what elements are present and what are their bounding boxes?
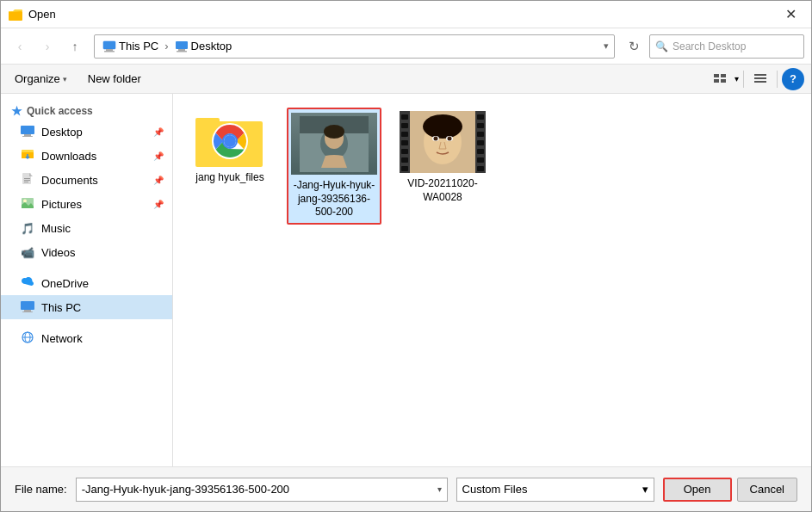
- title-bar: Open ✕: [1, 1, 811, 28]
- svg-rect-25: [21, 301, 34, 310]
- svg-rect-16: [22, 136, 33, 137]
- quick-access-icon: ★: [11, 104, 22, 118]
- sidebar-item-network[interactable]: Network: [1, 326, 172, 350]
- filename-input[interactable]: -Jang-Hyuk-hyuk-jang-39356136-500-200 ▾: [76, 478, 448, 502]
- filetype-value: Custom Files: [462, 483, 528, 496]
- path-this-pc-label: This PC: [119, 40, 158, 52]
- svg-rect-9: [714, 79, 719, 83]
- new-folder-button[interactable]: New folder: [81, 68, 148, 90]
- bottom-bar: File name: -Jang-Hyuk-hyuk-jang-39356136…: [1, 466, 811, 511]
- svg-rect-22: [24, 182, 28, 182]
- sidebar-item-videos[interactable]: 📹 Videos: [1, 240, 172, 264]
- file-item-jang-folder[interactable]: jang hyuk_files: [187, 108, 273, 225]
- svg-rect-1: [103, 41, 115, 49]
- video-face-bg: [291, 113, 377, 175]
- main-content: ★ Quick access Desktop 📌: [1, 94, 811, 466]
- toolbar-divider: [743, 71, 744, 88]
- cancel-button[interactable]: Cancel: [737, 478, 797, 502]
- documents-icon: [20, 172, 35, 188]
- filetype-dropdown-arrow[interactable]: ▾: [642, 483, 648, 496]
- filename-label: File name:: [15, 483, 67, 496]
- svg-rect-21: [24, 180, 30, 181]
- sidebar-item-onedrive[interactable]: OneDrive: [1, 271, 172, 295]
- sidebar-desktop-label: Desktop: [41, 126, 83, 139]
- window-icon: [8, 7, 23, 22]
- search-bar[interactable]: 🔍 Search Desktop: [649, 34, 804, 59]
- pictures-icon: [20, 197, 35, 212]
- svg-rect-52: [401, 140, 408, 145]
- bottom-buttons: Open Cancel: [663, 478, 797, 502]
- svg-rect-8: [721, 74, 726, 77]
- svg-rect-0: [9, 11, 22, 21]
- path-separator-1: ›: [164, 40, 168, 52]
- svg-rect-6: [177, 51, 187, 52]
- quick-access-label: Quick access: [27, 105, 93, 117]
- organize-button[interactable]: Organize ▾: [8, 68, 74, 90]
- downloads-icon: [20, 148, 35, 164]
- sidebar-videos-label: Videos: [41, 246, 76, 259]
- filetype-select[interactable]: Custom Files ▾: [456, 478, 654, 502]
- organize-label: Organize: [15, 72, 60, 85]
- close-button[interactable]: ✕: [777, 1, 804, 28]
- sidebar-item-music[interactable]: 🎵 Music: [1, 216, 172, 240]
- sidebar-item-documents[interactable]: Documents 📌: [1, 168, 172, 192]
- file-item-jang-video[interactable]: -Jang-Hyuk-hyuk-jang-39356136-500-200: [287, 108, 381, 225]
- sidebar-downloads-label: Downloads: [41, 150, 96, 163]
- file-label-vid: VID-20211020-WA0028: [399, 177, 487, 204]
- address-path: This PC › Desktop: [100, 39, 604, 53]
- file-item-vid[interactable]: VID-20211020-WA0028: [395, 108, 490, 225]
- svg-point-34: [224, 135, 236, 147]
- path-desktop[interactable]: Desktop: [172, 39, 235, 53]
- svg-rect-2: [106, 49, 113, 51]
- videos-icon: 📹: [20, 246, 35, 259]
- svg-rect-3: [104, 51, 115, 52]
- svg-rect-14: [21, 126, 34, 134]
- thispc-icon: [20, 300, 35, 315]
- network-icon: [20, 331, 35, 346]
- help-button[interactable]: ?: [782, 68, 804, 90]
- sidebar: ★ Quick access Desktop 📌: [1, 94, 173, 466]
- svg-rect-53: [401, 149, 408, 154]
- filename-value: -Jang-Hyuk-hyuk-jang-39356136-500-200: [82, 483, 437, 496]
- refresh-button[interactable]: ↻: [622, 34, 646, 59]
- svg-rect-10: [721, 79, 726, 83]
- filename-dropdown-arrow[interactable]: ▾: [437, 484, 442, 494]
- view-dropdown-arrow[interactable]: ▾: [735, 74, 739, 83]
- onedrive-icon: [20, 277, 35, 290]
- details-view-button[interactable]: [748, 68, 772, 90]
- svg-rect-56: [477, 114, 484, 120]
- svg-rect-26: [24, 310, 31, 312]
- address-dropdown-arrow[interactable]: ▾: [604, 40, 609, 52]
- view-toggle-button[interactable]: [708, 68, 732, 90]
- window-controls: ✕: [777, 1, 804, 28]
- path-this-pc[interactable]: This PC: [100, 39, 161, 53]
- svg-rect-5: [178, 49, 185, 51]
- forward-button[interactable]: ›: [35, 34, 59, 59]
- address-bar[interactable]: This PC › Desktop ▾: [94, 34, 615, 59]
- svg-rect-15: [24, 134, 31, 136]
- file-area: jang hyuk_files: [173, 94, 811, 466]
- open-button[interactable]: Open: [663, 478, 732, 502]
- sidebar-network-label: Network: [41, 332, 83, 345]
- sidebar-item-pictures[interactable]: Pictures 📌: [1, 192, 172, 216]
- sidebar-documents-label: Documents: [41, 174, 98, 187]
- svg-rect-49: [401, 114, 408, 120]
- sidebar-item-desktop[interactable]: Desktop 📌: [1, 120, 172, 144]
- path-desktop-label: Desktop: [191, 40, 232, 52]
- svg-rect-7: [714, 74, 719, 77]
- sidebar-spacer-2: [1, 319, 172, 326]
- back-button[interactable]: ‹: [8, 34, 32, 59]
- pin-icon: 📌: [153, 127, 164, 137]
- sidebar-item-downloads[interactable]: Downloads 📌: [1, 144, 172, 168]
- svg-rect-20: [24, 178, 30, 179]
- svg-rect-50: [401, 123, 408, 128]
- up-button[interactable]: ↑: [63, 34, 87, 59]
- svg-point-42: [423, 114, 462, 139]
- svg-point-39: [324, 125, 344, 139]
- sidebar-thispc-label: This PC: [41, 301, 81, 314]
- svg-rect-11: [754, 74, 766, 76]
- svg-rect-27: [22, 312, 33, 312]
- new-folder-label: New folder: [88, 72, 141, 85]
- sidebar-item-thispc[interactable]: This PC: [1, 295, 172, 319]
- svg-point-24: [23, 199, 27, 202]
